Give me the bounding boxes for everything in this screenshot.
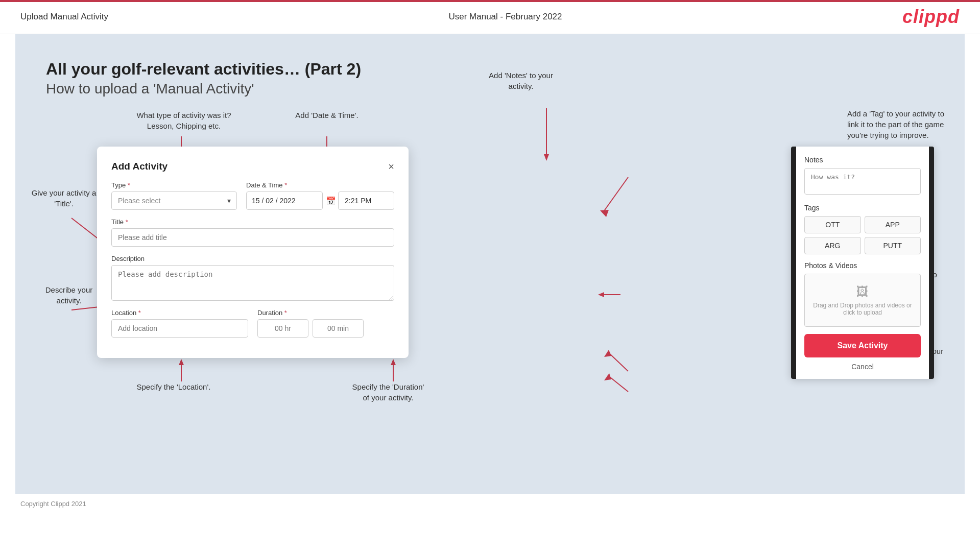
tag-putt[interactable]: PUTT xyxy=(865,237,921,254)
duration-label: Duration * xyxy=(257,309,394,317)
datetime-label: Date & Time * xyxy=(246,181,394,189)
location-label: Location * xyxy=(111,309,248,317)
close-button[interactable]: × xyxy=(388,161,394,172)
svg-marker-13 xyxy=(544,154,549,161)
annotation-notes: Add 'Notes' to your activity. xyxy=(465,70,577,91)
description-label: Description xyxy=(111,255,394,262)
save-activity-button[interactable]: Save Activity xyxy=(804,334,921,357)
footer: Copyright Clippd 2021 xyxy=(0,494,980,514)
type-select[interactable]: Please select xyxy=(111,191,237,210)
title-group: Title * xyxy=(111,218,394,247)
logo: clippd xyxy=(902,6,960,28)
add-activity-dialog: Add Activity × Type * Please select Date… xyxy=(97,147,409,358)
svg-marker-17 xyxy=(598,292,604,297)
svg-marker-21 xyxy=(604,373,611,380)
tags-grid: OTT APP ARG PUTT xyxy=(804,216,921,254)
tag-arg[interactable]: ARG xyxy=(804,237,861,254)
svg-marker-11 xyxy=(391,359,396,365)
type-group: Type * Please select xyxy=(111,181,237,210)
date-time-inputs: 📅 xyxy=(246,191,394,210)
photo-icon: 🖼 xyxy=(810,284,915,299)
page-title: Upload Manual Activity xyxy=(20,12,108,22)
duration-hr-input[interactable] xyxy=(257,319,308,338)
annotation-location: Specify the 'Location'. xyxy=(128,381,220,392)
date-input[interactable] xyxy=(246,191,323,210)
svg-line-14 xyxy=(603,177,628,213)
svg-marker-19 xyxy=(604,350,611,357)
tag-app[interactable]: APP xyxy=(865,216,921,233)
calendar-icon[interactable]: 📅 xyxy=(326,196,336,206)
description-textarea[interactable] xyxy=(111,265,394,301)
svg-line-18 xyxy=(608,352,628,371)
notes-textarea[interactable] xyxy=(804,168,921,195)
tags-section-title: Tags xyxy=(804,204,921,212)
dialog-title: Add Activity xyxy=(111,161,168,172)
phone-panel: Notes Tags OTT APP ARG PUTT Photos & Vid… xyxy=(791,147,934,379)
annotation-date-time: Add 'Date & Time'. xyxy=(281,110,373,121)
svg-marker-9 xyxy=(179,359,184,365)
photos-drop-zone[interactable]: 🖼 Drag and Drop photos and videos or cli… xyxy=(804,274,921,327)
notes-section-title: Notes xyxy=(804,156,921,164)
annotation-tag: Add a 'Tag' to your activity to link it … xyxy=(847,108,949,140)
type-label: Type * xyxy=(111,181,237,189)
duration-min-input[interactable] xyxy=(313,319,364,338)
manual-title: User Manual - February 2022 xyxy=(448,12,562,22)
location-group: Location * xyxy=(111,309,248,338)
title-label: Title * xyxy=(111,218,394,226)
annotation-what-type: What type of activity was it? Lesson, Ch… xyxy=(133,110,235,131)
duration-inputs xyxy=(257,319,394,338)
type-datetime-row: Type * Please select Date & Time * 📅 xyxy=(111,181,394,210)
annotation-describe: Describe your activity. xyxy=(31,284,107,306)
time-input[interactable] xyxy=(338,191,394,210)
type-select-wrapper: Please select xyxy=(111,191,237,210)
description-group: Description xyxy=(111,255,394,301)
cancel-button[interactable]: Cancel xyxy=(804,363,921,371)
tag-ott[interactable]: OTT xyxy=(804,216,861,233)
svg-marker-15 xyxy=(600,210,609,217)
location-input[interactable] xyxy=(111,319,248,338)
photos-section-title: Photos & Videos xyxy=(804,261,921,270)
copyright: Copyright Clippd 2021 xyxy=(20,500,86,508)
top-bar: Upload Manual Activity User Manual - Feb… xyxy=(0,0,980,34)
annotation-duration: Specify the 'Duration' of your activity. xyxy=(332,381,444,403)
main-content: All your golf-relevant activities… (Part… xyxy=(15,34,965,494)
annotation-title: Give your activity a 'Title'. xyxy=(31,187,97,209)
dialog-header: Add Activity × xyxy=(111,161,394,172)
duration-group: Duration * xyxy=(257,309,394,338)
datetime-group: Date & Time * 📅 xyxy=(246,181,394,210)
photos-drop-text: Drag and Drop photos and videos or click… xyxy=(813,302,912,316)
svg-line-20 xyxy=(608,375,628,392)
location-duration-row: Location * Duration * xyxy=(111,309,394,338)
title-input[interactable] xyxy=(111,228,394,247)
